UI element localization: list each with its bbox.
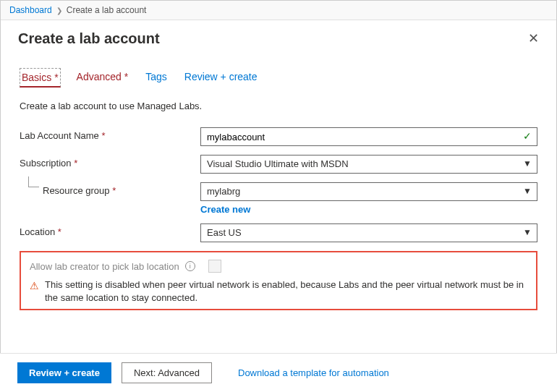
breadcrumb-current: Create a lab account [67, 5, 147, 15]
breadcrumb-root[interactable]: Dashboard [9, 5, 52, 15]
label-subscription: Subscription [20, 158, 72, 169]
intro-text: Create a lab account to use Managed Labs… [20, 101, 537, 111]
allow-pick-location-label: Allow lab creator to pick lab location [30, 261, 179, 272]
close-icon[interactable]: ✕ [525, 27, 542, 49]
check-icon: ✓ [523, 130, 532, 142]
review-create-button[interactable]: Review + create [17, 362, 111, 383]
lab-account-name-input[interactable] [200, 127, 537, 146]
label-location: Location [20, 226, 55, 237]
tab-basics[interactable]: Basics * [20, 68, 61, 88]
page-title: Create a lab account [18, 30, 160, 47]
allow-pick-location-checkbox [208, 260, 221, 273]
create-new-link[interactable]: Create new [200, 204, 250, 215]
tab-advanced[interactable]: Advanced * [75, 68, 130, 88]
tabs: Basics * Advanced * Tags Review + create [20, 68, 537, 88]
label-name: Lab Account Name [20, 130, 99, 141]
breadcrumb: Dashboard ❯ Create a lab account [1, 1, 556, 20]
tab-tags[interactable]: Tags [144, 68, 169, 88]
disabled-setting-box: Allow lab creator to pick lab location i… [20, 251, 537, 310]
label-resource-group: Resource group [43, 185, 110, 196]
footer: Review + create Next: Advanced Download … [0, 353, 557, 392]
resource-group-select[interactable]: mylabrg [200, 182, 537, 201]
info-icon[interactable]: i [185, 261, 195, 271]
subscription-select[interactable]: Visual Studio Ultimate with MSDN [200, 155, 537, 174]
next-advanced-button[interactable]: Next: Advanced [122, 362, 212, 383]
chevron-right-icon: ❯ [56, 7, 62, 14]
location-select[interactable]: East US [200, 223, 537, 242]
warning-text: This setting is disabled when peer virtu… [45, 278, 527, 304]
download-template-link[interactable]: Download a template for automation [238, 367, 389, 378]
tab-review[interactable]: Review + create [183, 68, 259, 88]
warning-icon: ⚠ [30, 279, 39, 294]
